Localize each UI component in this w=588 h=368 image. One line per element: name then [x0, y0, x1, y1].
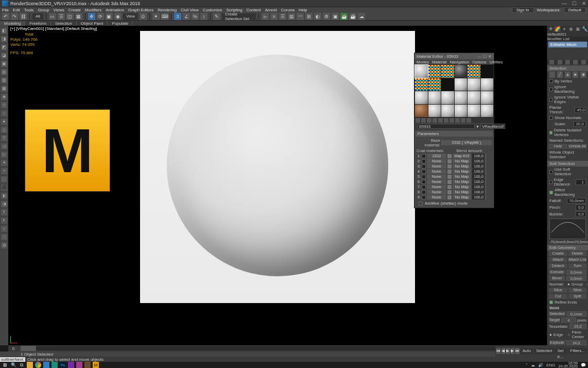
window-crossing-icon[interactable]: ▦ — [75, 13, 82, 20]
mat-show-icon[interactable] — [449, 118, 454, 123]
coat-amount-input[interactable]: 100,0 — [472, 179, 485, 184]
bubble-value[interactable]: 0,0 — [576, 211, 586, 217]
tray-net-icon[interactable]: 🔊 — [538, 363, 543, 367]
split-button[interactable]: Split — [568, 294, 587, 299]
render-online-icon[interactable]: ☁ — [358, 13, 365, 20]
coat-spinner[interactable] — [486, 174, 489, 179]
menu-views[interactable]: Views — [54, 8, 64, 12]
coat-map-button[interactable]: No Map — [453, 159, 471, 163]
mat-menu-util[interactable]: Utilities — [490, 60, 503, 64]
mat-slot-18[interactable] — [481, 91, 494, 104]
undo-button[interactable]: ↶ — [2, 13, 9, 20]
mat-reset-icon[interactable] — [433, 118, 437, 123]
mat-slot-7[interactable] — [415, 78, 428, 91]
coat-material-button[interactable]: None — [427, 174, 446, 179]
mat-menu-nav[interactable]: Navigation — [449, 60, 469, 64]
layers-icon[interactable]: ☰ — [279, 13, 286, 20]
unhide-button[interactable]: Unhide All — [568, 144, 587, 149]
tray-clock[interactable]: 16:59 24.05.2020 — [558, 362, 578, 368]
coat-material-button[interactable]: None — [427, 179, 446, 184]
coat-enable-check[interactable] — [422, 185, 426, 189]
coat-spinner[interactable] — [486, 159, 489, 163]
planar-value[interactable]: 45,0 — [575, 107, 586, 113]
mat-slot-1[interactable] — [415, 65, 428, 78]
menu-modifiers[interactable]: Modifiers — [85, 8, 101, 12]
setkey-button[interactable]: Set K... — [555, 348, 567, 354]
coat-amount-input[interactable]: 100,0 — [472, 174, 485, 179]
weld-sel-value[interactable]: 0,1mm — [566, 311, 587, 316]
goto-end-icon[interactable]: ⏭ — [515, 348, 520, 354]
mat-showend-icon[interactable] — [455, 118, 460, 123]
workspaces-dropdown[interactable]: Default — [564, 7, 586, 13]
falloff-value[interactable]: 70,0mm — [567, 198, 586, 204]
cut-button[interactable]: Cut — [549, 294, 567, 299]
refine-check[interactable] — [549, 300, 553, 304]
autokey-button[interactable]: Auto — [521, 348, 533, 354]
scale-button[interactable]: ▣ — [106, 13, 113, 20]
mat-slot-20[interactable] — [428, 105, 441, 118]
attachlist-button[interactable]: Attach List — [568, 257, 587, 262]
mat-slot-2[interactable] — [428, 65, 441, 78]
tab-modify-icon[interactable]: 🌈 — [554, 26, 561, 32]
app-d-icon[interactable] — [76, 362, 82, 368]
coat-map-button[interactable]: No Map — [453, 179, 471, 184]
lt-18[interactable]: ✧ — [1, 168, 7, 174]
create-button[interactable]: Create — [549, 251, 567, 256]
coat-color-swatch[interactable] — [447, 164, 452, 169]
coat-enable-check[interactable] — [422, 190, 426, 194]
sel-face-icon[interactable]: ▲ — [565, 72, 570, 78]
coat-material-button[interactable]: None — [427, 169, 446, 174]
mat-slot-10[interactable] — [455, 78, 468, 91]
coat-spinner[interactable] — [486, 195, 489, 199]
lt-27[interactable]: ◍ — [1, 242, 7, 248]
app-c-icon[interactable] — [68, 362, 74, 368]
pinch-value[interactable]: 0,0 — [576, 205, 586, 210]
viewport[interactable]: [+] [VRayCam001] [Standard] [Default Sha… — [8, 26, 588, 345]
start-icon[interactable]: ⊞ — [2, 362, 8, 368]
keyfilters-button[interactable]: Filters... — [568, 348, 587, 354]
render-frame-icon[interactable]: ▣ — [332, 13, 339, 20]
coat-amount-input[interactable]: 100,0 — [472, 159, 485, 163]
taskview-icon[interactable]: ⧉ — [19, 362, 25, 368]
material-name-input[interactable] — [418, 124, 475, 129]
mat-close-icon[interactable]: ✕ — [488, 54, 492, 59]
explorer-icon[interactable] — [27, 362, 33, 368]
menu-customize[interactable]: Customize — [203, 8, 222, 12]
explode-value[interactable]: 24,0 — [566, 340, 587, 345]
tab-motion-icon[interactable]: ◉ — [568, 26, 575, 32]
mat-slot-11[interactable] — [468, 78, 480, 91]
mat-slot-5[interactable] — [468, 65, 480, 78]
mat-slot-17[interactable] — [468, 91, 480, 104]
modifier-list[interactable]: Modifier List — [547, 37, 588, 41]
lt-13[interactable]: △ — [1, 127, 7, 133]
keymode-dropdown[interactable]: Selected — [534, 348, 554, 354]
toggle-ribbon-icon[interactable]: ▤ — [288, 13, 295, 20]
mat-menu-modes[interactable]: Modes — [417, 60, 429, 64]
coat-spinner[interactable] — [486, 164, 489, 169]
align-icon[interactable]: ≡ — [270, 13, 278, 20]
del-iso-check[interactable] — [549, 131, 552, 135]
coat-material-button[interactable]: None — [427, 190, 446, 194]
sliceplane-button[interactable]: Slice Plane — [549, 288, 567, 293]
mat-max-icon[interactable]: ☐ — [483, 54, 487, 59]
slice-button[interactable]: Slice — [568, 288, 587, 293]
lt-22[interactable]: ◑ — [1, 201, 7, 207]
menu-edit[interactable]: Edit — [13, 8, 20, 12]
rollout-editgeo[interactable]: Edit Geometry — [547, 245, 588, 250]
coat-map-button[interactable]: No Map — [453, 174, 471, 179]
mat-slot-23[interactable] — [468, 105, 480, 118]
bevel-value[interactable]: 0,0mm — [566, 276, 587, 281]
lt-26[interactable]: ◌ — [1, 234, 7, 240]
lt-4[interactable]: ◪ — [1, 53, 7, 59]
render-setup-icon[interactable]: ⚙ — [323, 13, 330, 20]
lt-6[interactable]: ▤ — [1, 69, 7, 75]
mat-pick-icon[interactable] — [466, 118, 471, 123]
coat-map-button[interactable]: No Map — [453, 169, 471, 174]
render-prod-icon[interactable]: ☕ — [349, 13, 356, 20]
mat-menu-material[interactable]: Material — [432, 60, 446, 64]
ribbon-sec-paint[interactable]: Object Paint — [77, 21, 108, 26]
lt-1[interactable]: ◧ — [1, 28, 7, 34]
coat-material-button[interactable]: None — [427, 164, 446, 169]
lt-24[interactable]: F — [1, 218, 7, 224]
schematic-icon[interactable]: ⊞ — [305, 13, 313, 20]
